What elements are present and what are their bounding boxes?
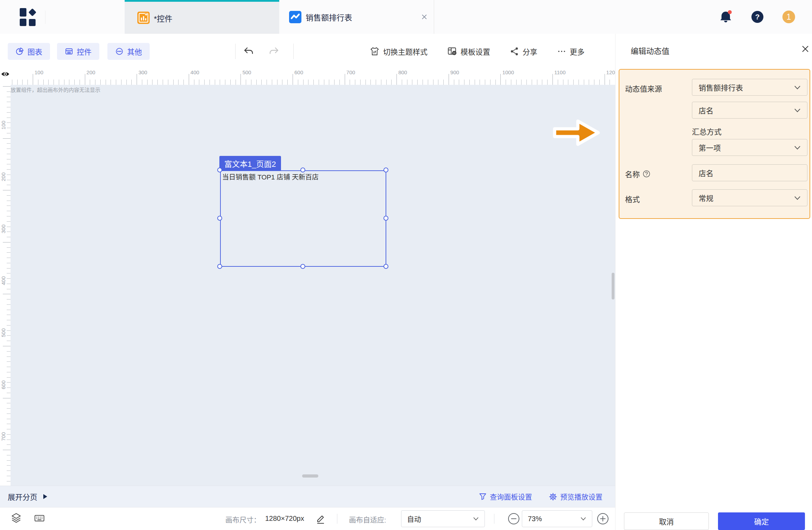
ruler-tick (246, 80, 246, 85)
ruler-tick (7, 237, 11, 237)
ruler-tick (7, 481, 11, 481)
ruler-label: 200 (0, 172, 6, 189)
canvas-warning-text: 放置组件，超出画布外的内容无法显示 (11, 86, 100, 93)
user-avatar[interactable]: 1 (782, 11, 795, 23)
ruler-tick (7, 315, 11, 315)
format-label: 格式 (625, 194, 640, 204)
selected-richtext-element[interactable] (220, 170, 386, 267)
cancel-button[interactable]: 取消 (624, 512, 709, 530)
resize-handle-middle-right[interactable] (383, 216, 388, 221)
ruler-tick (7, 429, 11, 429)
ruler-tick (480, 80, 480, 85)
name-label: 名称 (625, 169, 650, 179)
ruler-tick (7, 164, 11, 164)
source-select[interactable]: 销售额排行表 (692, 79, 807, 96)
ruler-tick (12, 80, 12, 85)
name-input[interactable]: 店名 (692, 164, 807, 181)
ruler-tick (412, 80, 412, 85)
preview-play-settings-button[interactable]: 预览播放设置 (549, 492, 602, 502)
field-select[interactable]: 店名 (692, 102, 807, 119)
ruler-tick (7, 351, 11, 352)
statusbar: 画布尺寸： 1280×720px 画布自适应: 自动 73% (0, 507, 615, 530)
chart-button[interactable]: 图表 (8, 43, 50, 60)
ruler-tick (199, 80, 199, 85)
ruler-tick (7, 419, 11, 419)
layers-icon[interactable] (11, 512, 22, 524)
resize-handle-top-middle[interactable] (300, 168, 305, 172)
horizontal-scrollbar[interactable] (302, 474, 318, 478)
design-canvas[interactable]: 放置组件，超出画布外的内容无法显示 富文本1_页面2 当日销售额 TOP1 店铺… (11, 85, 615, 486)
vertical-scrollbar[interactable] (612, 273, 614, 299)
keyboard-shortcuts-icon[interactable] (34, 512, 45, 524)
resize-handle-top-right[interactable] (383, 168, 388, 172)
ruler-tick (215, 80, 215, 85)
format-select[interactable]: 常规 (692, 189, 807, 206)
ruler-tick (521, 80, 521, 85)
tab-sales-ranking[interactable]: 销售额排行表 (279, 0, 434, 34)
expand-pages-button[interactable]: 展开分页 (8, 491, 48, 502)
redo-icon[interactable] (268, 45, 280, 58)
edit-canvas-size-icon[interactable] (316, 513, 326, 524)
ruler-label: 400 (190, 69, 199, 75)
ruler-tick (7, 175, 11, 175)
help-icon[interactable]: ? (751, 11, 763, 23)
zoom-out-button[interactable] (506, 511, 521, 526)
ruler-tick (7, 403, 11, 403)
panel-close-icon[interactable] (800, 44, 811, 54)
ruler-tick (495, 80, 496, 85)
ruler-tick (7, 206, 11, 206)
undo-icon[interactable] (242, 45, 255, 58)
aggregation-select[interactable]: 第一项 (692, 139, 807, 156)
resize-handle-bottom-middle[interactable] (300, 264, 305, 269)
share-button[interactable]: 分享 (510, 46, 537, 57)
ruler-tick (345, 74, 345, 85)
ruler-tick (7, 143, 11, 144)
ruler-tick (7, 455, 11, 455)
ruler-tick (106, 80, 106, 85)
resize-handle-top-left[interactable] (217, 168, 222, 172)
resize-handle-middle-left[interactable] (217, 216, 222, 221)
confirm-button[interactable]: 确定 (718, 512, 805, 530)
richtext-content[interactable]: 当日销售额 TOP1 店铺 天新百店 (222, 172, 319, 181)
ruler-tick (7, 361, 11, 362)
chevron-down-icon (794, 108, 801, 113)
query-panel-settings-button[interactable]: 查询面板设置 (479, 492, 532, 502)
dashboard-designer-app: *控件 销售额排行表 ? 1 (0, 0, 812, 530)
help-circle-icon[interactable] (643, 170, 650, 178)
selected-element-name-badge[interactable]: 富文本1_页面2 (219, 156, 281, 170)
resize-handle-bottom-right[interactable] (383, 264, 388, 269)
chevron-down-icon (794, 196, 801, 200)
ruler-tick (7, 232, 11, 232)
ruler-tick (27, 80, 28, 85)
ruler-tick (204, 80, 205, 85)
orange-arrow-graphic (550, 113, 603, 152)
play-triangle-icon (43, 494, 48, 499)
ruler-tick (225, 80, 225, 85)
ruler-tick (391, 80, 392, 85)
ruler-tick (7, 268, 11, 269)
ruler-tick (210, 80, 210, 85)
ruler-tick (121, 80, 121, 85)
app-logo[interactable] (19, 8, 37, 27)
widget-button[interactable]: 控件 (57, 43, 99, 60)
tab-sales-close-icon[interactable] (419, 12, 429, 22)
ruler-tick (313, 80, 314, 85)
template-settings-button[interactable]: 模板设置 (447, 46, 490, 57)
zoom-in-button[interactable] (595, 511, 611, 526)
more-button[interactable]: 更多 (557, 46, 585, 57)
switch-theme-button[interactable]: 切换主题样式 (370, 46, 427, 57)
eye-icon (1, 71, 10, 77)
chevron-down-icon (580, 517, 586, 521)
ruler-tick (7, 221, 11, 222)
canvas-fit-select[interactable]: 自动 (401, 510, 485, 527)
resize-handle-bottom-left[interactable] (217, 264, 222, 269)
other-button[interactable]: 其他 (107, 43, 150, 60)
source-label: 动态值来源 (625, 83, 662, 94)
ruler-visibility-corner[interactable] (0, 69, 11, 85)
tab-widget-active[interactable]: *控件 (125, 0, 279, 34)
ruler-tick (7, 154, 11, 154)
chevron-down-icon (473, 517, 479, 521)
notification-bell-icon[interactable] (720, 10, 732, 24)
zoom-level-select[interactable]: 73% (522, 510, 592, 527)
ruler-tick (3, 450, 11, 450)
